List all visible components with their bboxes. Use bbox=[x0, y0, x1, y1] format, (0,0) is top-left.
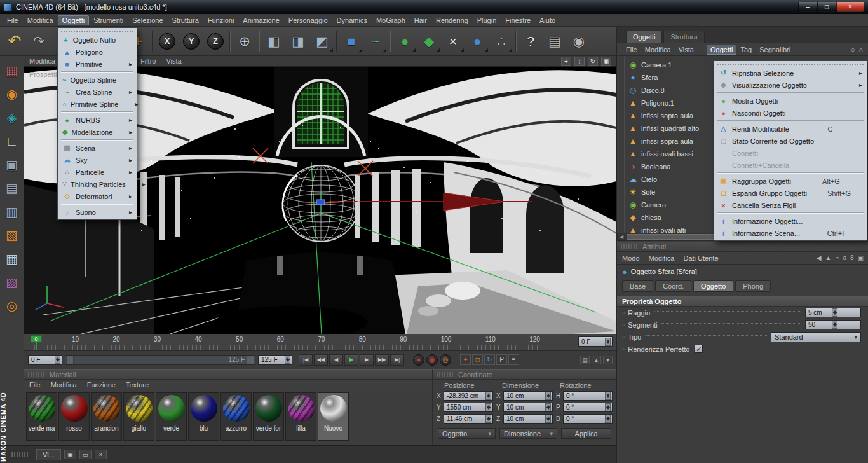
timeline-up-icon[interactable]: ▴ bbox=[592, 356, 601, 364]
menubar-item[interactable]: Selezione bbox=[128, 15, 167, 25]
panel-grip-icon[interactable] bbox=[28, 372, 44, 377]
spinner[interactable] bbox=[545, 403, 551, 411]
goto-end-button[interactable]: ▶| bbox=[390, 354, 404, 366]
menu-item[interactable]: ☁ Sky bbox=[59, 154, 135, 166]
menu-item[interactable]: ▣ Raggruppa Oggetti Alt+G bbox=[715, 175, 865, 187]
home-icon[interactable]: ⌂ bbox=[858, 46, 863, 53]
up-icon[interactable]: ▲ bbox=[825, 254, 831, 261]
coordinate-field[interactable]: 10 cm bbox=[503, 391, 553, 401]
object-manager-menu-item[interactable]: Oggetti bbox=[707, 45, 736, 55]
spinner[interactable] bbox=[605, 415, 611, 423]
menu-item[interactable]: Connetti bbox=[715, 147, 865, 159]
manager-tab[interactable]: Struttura bbox=[663, 31, 704, 43]
attribute-tab[interactable]: Phong bbox=[735, 280, 771, 292]
minimize-button[interactable]: – bbox=[798, 2, 817, 12]
menubar-item[interactable]: Strumenti bbox=[89, 15, 128, 25]
points-mode-icon[interactable]: ▣ bbox=[2, 155, 22, 174]
menu-item[interactable]: ● Nascondi Oggetti bbox=[715, 107, 865, 119]
render-view-button[interactable]: ◧ bbox=[262, 29, 286, 53]
menu-item[interactable]: ■ Primitive bbox=[59, 58, 135, 70]
undo-button[interactable]: ↶ bbox=[3, 29, 27, 53]
primitives-dropdown[interactable]: ■ bbox=[339, 29, 363, 53]
autokeying-button[interactable]: ◉ bbox=[426, 354, 438, 366]
goto-start-button[interactable]: |◀ bbox=[299, 354, 313, 366]
tearoff-handle[interactable] bbox=[61, 29, 133, 32]
material-swatch[interactable]: rosso bbox=[58, 392, 90, 441]
menu-item[interactable]: △ Rendi Modificabile C bbox=[715, 123, 865, 135]
prev-frame-button[interactable]: ◀ bbox=[329, 354, 343, 366]
maximize-button[interactable]: □ bbox=[817, 2, 836, 12]
render-region-button[interactable]: ◨ bbox=[286, 29, 310, 53]
spinner[interactable] bbox=[485, 415, 491, 423]
material-swatch[interactable]: lilla bbox=[285, 392, 316, 441]
rotate-view-icon[interactable]: ↻ bbox=[588, 57, 598, 66]
record-keyframe-button[interactable]: ● bbox=[413, 354, 424, 366]
segments-field[interactable]: 50 bbox=[805, 320, 861, 329]
attributes-header[interactable]: Attributi bbox=[617, 242, 868, 252]
close-button[interactable]: × bbox=[836, 2, 864, 12]
manager-tab[interactable]: Oggetti bbox=[626, 31, 662, 43]
material-swatch[interactable]: giallo bbox=[123, 392, 154, 441]
record-scale-toggle[interactable]: □ bbox=[472, 354, 483, 365]
object-manager-menu-item[interactable]: File bbox=[622, 45, 641, 55]
end-frame-field[interactable]: 125 F bbox=[258, 355, 292, 365]
material-swatch[interactable]: arancion bbox=[91, 392, 122, 441]
edges-mode-icon[interactable]: ▤ bbox=[2, 179, 22, 198]
materials-header[interactable]: Materiali bbox=[24, 370, 432, 380]
menubar-item[interactable]: Plugin bbox=[473, 15, 501, 25]
object-manager-menu-item[interactable]: Segnalibri bbox=[756, 45, 794, 55]
restore-panel-icon[interactable]: ▣ bbox=[64, 450, 76, 459]
render-perfect-checkbox[interactable] bbox=[695, 345, 703, 353]
keyframe-selection-button[interactable]: ◎ bbox=[440, 354, 451, 366]
tearoff-handle[interactable] bbox=[717, 62, 864, 65]
online-globe-button[interactable]: ◉ bbox=[567, 29, 591, 53]
polygons-mode-icon[interactable]: ▥ bbox=[2, 202, 22, 221]
type-select[interactable]: Standard bbox=[771, 332, 861, 342]
material-swatch[interactable]: verde ma bbox=[26, 392, 57, 441]
attributes-menu-item[interactable]: Modifica bbox=[649, 254, 675, 262]
material-swatch[interactable]: verde bbox=[156, 392, 187, 441]
spinner[interactable] bbox=[605, 392, 611, 400]
dolly-view-icon[interactable]: ↕ bbox=[574, 57, 585, 66]
coordinate-field[interactable]: 10 cm bbox=[503, 403, 553, 412]
record-pla-toggle[interactable]: ≡ bbox=[508, 354, 519, 365]
coordinate-field[interactable]: 1550 cm bbox=[444, 403, 493, 412]
menu-item[interactable]: ○ Primitive Spline bbox=[59, 98, 135, 110]
coordinate-field[interactable]: 10 cm bbox=[503, 414, 553, 424]
lock-y-button[interactable]: Y bbox=[179, 29, 203, 53]
redo-button[interactable]: ↷ bbox=[27, 29, 51, 53]
apply-button[interactable]: Applica bbox=[561, 428, 611, 439]
object-manager-menu-item[interactable]: Modifica bbox=[641, 45, 675, 55]
aspect-lock-icon[interactable]: a bbox=[843, 254, 846, 261]
materials-menu-item[interactable]: File bbox=[29, 381, 41, 389]
menu-item[interactable]: ● NURBS bbox=[59, 114, 135, 126]
grid-mode-icon[interactable]: ▦ bbox=[2, 249, 22, 268]
spinner[interactable] bbox=[832, 321, 837, 329]
play-button[interactable]: ▶ bbox=[344, 354, 358, 366]
menu-item[interactable]: i Informazione Scena... Ctrl+I bbox=[715, 227, 865, 239]
menu-item[interactable]: ◇ Deformatori bbox=[59, 190, 135, 202]
menu-item[interactable]: ↺ Ripristina Selezione bbox=[715, 67, 865, 79]
menu-item[interactable]: ~ Oggetto Spline bbox=[59, 74, 135, 86]
object-axis-icon[interactable]: ▧ bbox=[2, 226, 22, 245]
viewport-menu-item[interactable]: Filtro bbox=[140, 57, 156, 65]
materials-menu-item[interactable]: Texture bbox=[126, 381, 149, 389]
modeling-dropdown[interactable]: ◆ bbox=[417, 29, 441, 53]
coordinates-header[interactable]: Coordinate bbox=[433, 370, 616, 380]
record-parameter-toggle[interactable]: P bbox=[496, 354, 507, 365]
render-settings-button[interactable]: ◩ bbox=[310, 29, 334, 53]
attributes-menu-item[interactable]: Modo bbox=[622, 254, 640, 262]
panel-grip-icon[interactable] bbox=[621, 244, 637, 249]
menu-item[interactable]: i Informazione Oggetti... bbox=[715, 215, 865, 227]
content-browser-button[interactable]: ▤ bbox=[543, 29, 567, 53]
menu-item[interactable]: + Oggetto Nullo bbox=[59, 34, 135, 46]
lock-z-button[interactable]: Z bbox=[203, 29, 227, 53]
search-icon[interactable]: ○ bbox=[851, 46, 855, 53]
frame-field[interactable]: 0 F bbox=[578, 336, 613, 347]
attribute-tab[interactable]: Coord. bbox=[655, 280, 691, 292]
texture-axis-icon[interactable]: ▨ bbox=[2, 273, 22, 292]
coordinate-system-button[interactable]: ⊕ bbox=[233, 29, 257, 53]
spinner[interactable] bbox=[545, 392, 551, 400]
spinner[interactable] bbox=[605, 338, 611, 346]
menubar-item[interactable]: Struttura bbox=[168, 15, 203, 25]
